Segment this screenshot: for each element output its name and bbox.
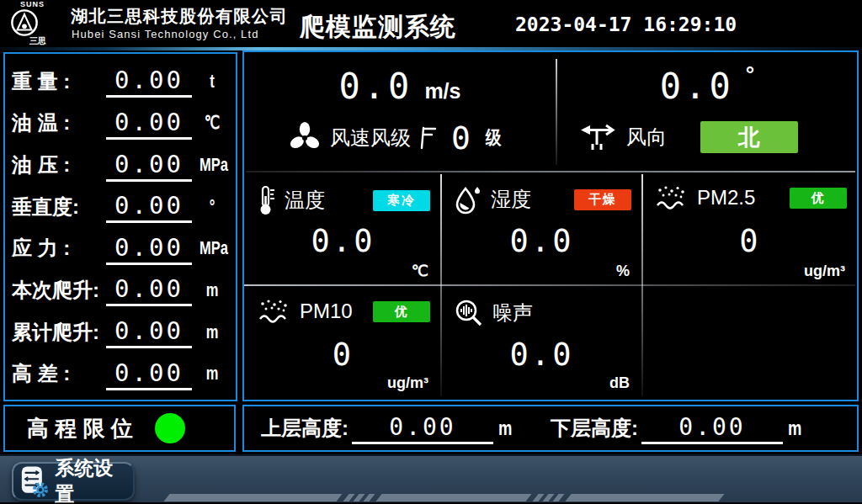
measurement-row-verticality: 垂直度: 0.00 ° — [12, 186, 229, 228]
company-logo: SUNS 三思 — [10, 0, 66, 45]
measurement-row-height-diff: 高 差 : 0.00 m — [12, 353, 229, 395]
logo-suns-text: SUNS — [10, 0, 66, 8]
wind-speed-value: 0.0 — [339, 66, 413, 107]
measurement-row-weight: 重 量 : 0.00 t — [12, 61, 229, 103]
wind-direction-value: 0.0 — [660, 66, 734, 107]
lower-height-label: 下层高度: — [551, 415, 638, 442]
sensor-unit: ℃ — [412, 262, 428, 280]
elevation-limit-status-light — [155, 413, 185, 443]
wind-level-row: 风速风级 0 级 — [288, 119, 503, 157]
elevation-limit-panel: 高 程 限 位 — [3, 405, 236, 452]
upper-height-unit: m — [498, 417, 512, 440]
settings-button-label: 系统设置 — [55, 455, 126, 504]
dust-particles-icon — [258, 298, 291, 325]
wind-vane-icon — [579, 122, 616, 152]
monitoring-dashboard: SUNS 三思 湖北三思科技股份有限公司 Hubei Sansi Technol… — [0, 0, 862, 504]
measurement-value: 0.00 — [106, 232, 192, 265]
measurement-unit: m — [200, 321, 225, 343]
noise-card: 噪声 0.0 dB — [442, 286, 641, 396]
wind-direction-badge: 北 — [700, 121, 798, 153]
wind-direction-row: 风向 北 — [579, 121, 857, 153]
measurement-value: 0.00 — [106, 107, 192, 140]
wind-direction-readout: 0.0 ° — [557, 66, 857, 107]
layer-heights-panel: 上层高度: 0.00 m 下层高度: 0.00 m — [242, 405, 859, 452]
pm25-card: PM2.5 优 0 ug/m³ — [643, 172, 857, 284]
page-title: 爬模监测系统 — [300, 10, 456, 45]
temperature-status-badge: 寒冷 — [373, 190, 430, 211]
sensor-value: 0.0 — [442, 337, 641, 373]
measurement-row-stress: 应 力 : 0.00 MPa — [12, 228, 229, 270]
humidity-status-badge: 干燥 — [574, 189, 631, 210]
lower-height-unit: m — [788, 417, 801, 440]
wind-speed-readout: 0.0 m/s — [244, 66, 556, 107]
measurement-unit: MPa — [200, 237, 225, 259]
measurement-unit: m — [200, 279, 225, 301]
measurement-unit: ° — [200, 196, 225, 218]
humidity-drop-icon — [454, 184, 482, 215]
upper-height-value: 0.00 — [352, 413, 493, 444]
measurement-label: 本次爬升: — [12, 277, 106, 304]
pm25-status-badge: 优 — [790, 188, 847, 209]
empty-cell — [643, 286, 857, 396]
app-header: SUNS 三思 湖北三思科技股份有限公司 Hubei Sansi Technol… — [0, 0, 862, 47]
sensor-unit: % — [616, 263, 630, 280]
settings-sliders-gear-icon — [20, 464, 48, 499]
dust-particles-icon — [655, 184, 689, 211]
logo-cn-text: 三思 — [10, 37, 66, 45]
sensor-label: 温度 — [285, 187, 325, 214]
measurement-label: 高 差 : — [12, 360, 106, 387]
card-header: 湿度 干燥 — [454, 184, 631, 215]
wind-direction-label: 风向 — [626, 124, 667, 151]
sensor-unit: dB — [609, 374, 630, 392]
measurement-label: 累计爬升: — [12, 319, 106, 346]
thermometer-icon — [258, 184, 276, 216]
measurement-row-oil-temp: 油 温 : 0.00 ℃ — [12, 103, 229, 145]
measurement-unit: m — [200, 363, 225, 385]
divider — [556, 59, 557, 165]
lower-height-value: 0.00 — [641, 413, 783, 444]
sensor-label: 噪声 — [492, 300, 533, 326]
measurement-unit: MPa — [200, 154, 225, 176]
measurement-label: 重 量 : — [12, 68, 106, 95]
elevation-limit-label: 高 程 限 位 — [27, 414, 133, 443]
measurement-row-total-climb: 累计爬升: 0.00 m — [12, 311, 229, 353]
measurement-row-oil-pressure: 油 压 : 0.00 MPa — [12, 144, 229, 186]
sensor-unit: ug/m³ — [804, 263, 845, 280]
datetime-display: 2023-04-17 16:29:10 — [515, 13, 737, 35]
wind-speed-unit: m/s — [424, 79, 460, 103]
sensor-value: 0.0 — [442, 223, 641, 259]
sensor-unit: ug/m³ — [387, 374, 428, 392]
noise-meter-icon — [454, 298, 484, 328]
measurement-value: 0.00 — [106, 316, 192, 348]
humidity-card: 湿度 干燥 0.0 % — [442, 172, 641, 284]
footer-decor-stripes — [167, 494, 721, 501]
measurement-unit: ℃ — [200, 112, 225, 134]
company-name-cn: 湖北三思科技股份有限公司 — [71, 5, 288, 28]
measurement-label: 油 压 : — [12, 151, 106, 178]
upper-height-group: 上层高度: 0.00 m — [261, 413, 551, 444]
measurement-label: 应 力 : — [12, 235, 106, 262]
wind-level-unit: 级 — [486, 125, 502, 151]
measurement-unit: t — [200, 71, 225, 93]
card-header: 温度 寒冷 — [258, 184, 430, 216]
measurement-value: 0.00 — [106, 358, 192, 390]
system-settings-button[interactable]: 系统设置 — [12, 462, 135, 501]
measurement-value: 0.00 — [106, 149, 192, 182]
card-header: 噪声 — [454, 298, 631, 328]
company-name-en: Hubei Sansi Technology Co., Ltd — [72, 28, 258, 40]
measurement-value: 0.00 — [106, 273, 192, 306]
pm10-card: PM10 优 0 ug/m³ — [246, 286, 440, 396]
measurement-value: 0.00 — [106, 190, 192, 223]
footer-bar: 系统设置 — [0, 454, 862, 502]
fan-icon — [288, 121, 322, 155]
sensor-label: 湿度 — [491, 186, 531, 213]
wind-direction-section: 0.0 ° 风向 北 — [557, 52, 857, 171]
temperature-card: 温度 寒冷 0.0 ℃ — [246, 172, 440, 284]
card-header: PM2.5 优 — [655, 184, 847, 211]
wind-level-flag-icon — [419, 125, 438, 151]
measurement-label: 油 温 : — [12, 109, 106, 136]
measurement-row-current-climb: 本次爬升: 0.00 m — [12, 269, 229, 311]
lower-height-group: 下层高度: 0.00 m — [551, 413, 840, 444]
sensor-value: 0.0 — [246, 223, 440, 259]
upper-height-label: 上层高度: — [261, 415, 349, 442]
